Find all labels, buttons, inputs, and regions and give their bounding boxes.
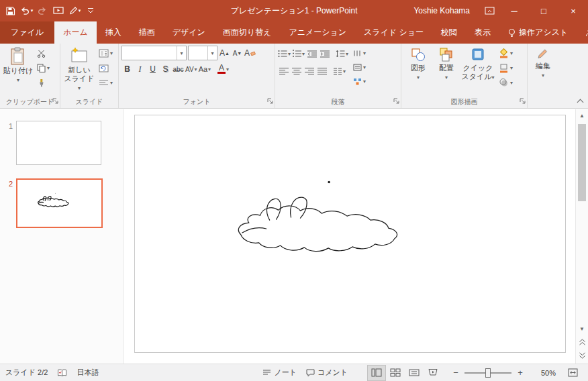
tell-me-label: 操作アシスト	[519, 27, 568, 38]
tab-draw[interactable]: 描画	[130, 21, 164, 44]
convert-to-smartart-button[interactable]: ▾	[351, 75, 368, 87]
share-button[interactable]: 共有	[577, 21, 588, 44]
grow-font-button[interactable]: A▲	[219, 46, 230, 60]
text-shadow-button[interactable]: S	[160, 62, 171, 76]
drawing-dialog-launcher[interactable]	[520, 97, 526, 107]
tab-file[interactable]: ファイル	[0, 21, 54, 44]
start-slideshow-button[interactable]	[51, 2, 66, 19]
tell-me-box[interactable]: 操作アシスト	[499, 21, 577, 44]
slide-1-thumbnail[interactable]	[16, 121, 101, 165]
customize-qat-button[interactable]	[83, 2, 98, 19]
slide-surface[interactable]	[134, 115, 566, 353]
shape-fill-icon	[499, 48, 509, 58]
align-right-button[interactable]	[303, 64, 315, 78]
collapse-ribbon-button[interactable]	[578, 100, 583, 105]
quick-styles-button[interactable]: クイック スタイル▾	[460, 46, 495, 97]
shrink-font-button[interactable]: A▼	[232, 46, 243, 60]
copy-button[interactable]: ▾	[35, 60, 52, 75]
tab-transitions[interactable]: 画面切り替え	[214, 21, 281, 44]
justify-button[interactable]	[316, 64, 328, 78]
language-indicator[interactable]: 日本語	[77, 368, 99, 378]
normal-view-button[interactable]	[368, 366, 385, 380]
columns-button[interactable]: ▾	[333, 64, 346, 78]
tab-insert[interactable]: 挿入	[97, 21, 130, 44]
bold-button[interactable]: B	[121, 62, 133, 76]
font-color-button[interactable]: A ▾	[217, 62, 229, 76]
reading-view-button[interactable]	[405, 366, 423, 380]
maximize-button[interactable]: □	[529, 0, 558, 21]
comments-button[interactable]: コメント	[306, 368, 348, 378]
tab-review[interactable]: 校閲	[432, 21, 466, 44]
decrease-indent-icon	[307, 50, 317, 58]
new-slide-button[interactable]: 新しい スライド▾	[63, 46, 95, 97]
fit-to-window-button[interactable]	[564, 366, 581, 380]
scroll-down-button[interactable]: ▼	[576, 322, 588, 335]
zoom-slider[interactable]	[464, 372, 511, 374]
editing-button[interactable]: 編集▾	[530, 46, 556, 108]
next-slide-button[interactable]	[576, 349, 588, 362]
dropdown-icon: ▾	[302, 51, 305, 57]
align-text-button[interactable]: ▾	[351, 61, 368, 73]
shapes-button[interactable]: 図形▾	[404, 46, 432, 97]
notes-button[interactable]: ノート	[262, 368, 297, 378]
strikethrough-button[interactable]: abc	[173, 62, 184, 76]
previous-slide-button[interactable]	[576, 335, 588, 349]
tab-slide-show[interactable]: スライド ショー	[355, 21, 432, 44]
scrollbar-thumb[interactable]	[578, 124, 586, 201]
zoom-slider-thumb[interactable]	[485, 368, 491, 378]
align-left-button[interactable]	[278, 64, 289, 78]
shape-outline-button[interactable]: ▾	[497, 60, 515, 75]
layout-button[interactable]: ▾	[97, 46, 115, 60]
italic-button[interactable]: I	[134, 62, 146, 76]
close-button[interactable]: ×	[558, 0, 588, 21]
scroll-up-button[interactable]: ▲	[576, 109, 588, 121]
slideshow-view-button[interactable]	[424, 366, 442, 380]
increase-indent-button[interactable]	[319, 47, 330, 60]
minimize-button[interactable]: ─	[499, 0, 529, 21]
tab-home[interactable]: ホーム	[54, 21, 97, 44]
redo-button[interactable]	[35, 2, 50, 19]
paragraph-dialog-launcher[interactable]	[393, 97, 399, 107]
tab-design[interactable]: デザイン	[164, 21, 214, 44]
clear-formatting-button[interactable]: A	[244, 46, 256, 60]
section-button[interactable]: ▾	[97, 75, 115, 90]
align-center-button[interactable]	[291, 64, 302, 78]
reset-button[interactable]	[97, 60, 115, 75]
ribbon-display-options-button[interactable]	[479, 7, 499, 15]
text-direction-button[interactable]: ▾	[351, 47, 368, 59]
ribbon-group-paragraph: ▾ ▾ ▾ ▾	[275, 44, 401, 108]
proofing-button[interactable]	[57, 369, 67, 377]
paste-button[interactable]: 貼り付け▾	[3, 46, 34, 97]
tab-view[interactable]: 表示	[466, 21, 499, 44]
undo-button[interactable]: ▾	[19, 2, 34, 19]
bullets-button[interactable]: ▾	[278, 47, 291, 60]
numbering-button[interactable]: ▾	[292, 47, 305, 60]
cut-button[interactable]	[35, 46, 52, 60]
format-painter-button[interactable]	[35, 75, 52, 90]
arrange-button[interactable]: 配置▾	[432, 46, 460, 97]
touch-mouse-mode-button[interactable]: ▾	[67, 2, 82, 19]
font-size-combo[interactable]: ▾	[188, 46, 217, 60]
zoom-out-button[interactable]: −	[450, 366, 462, 380]
underline-button[interactable]: U	[147, 62, 158, 76]
slide-counter[interactable]: スライド 2/2	[5, 368, 48, 378]
freehand-drawing[interactable]	[135, 115, 565, 352]
save-button[interactable]	[3, 2, 17, 19]
change-case-button[interactable]: Aa▾	[199, 62, 211, 76]
reset-icon	[99, 64, 109, 72]
slide-sorter-view-button[interactable]	[387, 366, 404, 380]
zoom-in-button[interactable]: +	[514, 366, 526, 380]
zoom-percentage[interactable]: 50%	[541, 369, 556, 377]
slide-2-thumbnail-selected[interactable]	[16, 178, 103, 228]
line-spacing-button[interactable]: ▾	[336, 47, 348, 60]
character-spacing-button[interactable]: AV▾	[185, 62, 197, 76]
account-user-name[interactable]: Yoshie Kohama	[413, 6, 470, 15]
tab-animations[interactable]: アニメーション	[280, 21, 355, 44]
clipboard-dialog-launcher[interactable]	[52, 97, 58, 107]
font-name-combo[interactable]: ▾	[121, 46, 187, 60]
shape-fill-button[interactable]: ▾	[497, 46, 515, 60]
font-dialog-launcher[interactable]	[267, 97, 273, 107]
shape-effects-button[interactable]: ▾	[497, 75, 515, 90]
decrease-indent-button[interactable]	[306, 47, 317, 60]
vertical-scrollbar[interactable]: ▲ ▼	[575, 109, 588, 364]
